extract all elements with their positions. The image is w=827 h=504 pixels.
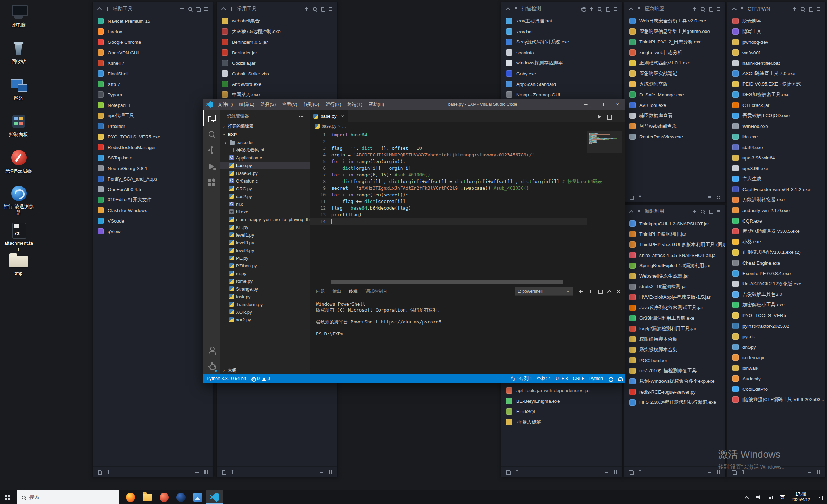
file-level4.py[interactable]: level4.py bbox=[220, 246, 310, 254]
pin-icon[interactable] bbox=[105, 6, 110, 11]
trash-icon[interactable] bbox=[221, 470, 226, 475]
trash-icon[interactable] bbox=[732, 470, 737, 475]
tool-item[interactable]: upx3.96.exe bbox=[727, 163, 825, 173]
taskbar-app-file-explorer[interactable] bbox=[139, 490, 156, 504]
tool-item[interactable]: webshell集合 bbox=[217, 16, 337, 26]
problems-status[interactable]: 00 bbox=[251, 376, 270, 381]
editor-tab-base-py[interactable]: base.py × bbox=[310, 110, 348, 122]
workspace-root[interactable]: › EXP bbox=[220, 130, 310, 138]
explorer-icon[interactable] bbox=[203, 110, 220, 126]
add-icon[interactable] bbox=[180, 6, 184, 11]
menu-icon[interactable] bbox=[204, 6, 209, 11]
tool-item[interactable]: 应急响应实战笔记 bbox=[624, 68, 725, 79]
tool-item[interactable]: ida64.exe bbox=[727, 142, 825, 152]
horizontal-scrollbar[interactable] bbox=[331, 280, 586, 284]
tool-item[interactable]: CoolEditPro bbox=[727, 384, 825, 394]
tool-item[interactable]: WinHex.exe bbox=[727, 121, 825, 131]
tool-item[interactable]: CQR.exe bbox=[727, 216, 825, 226]
notifications-icon[interactable] bbox=[817, 495, 822, 500]
tool-item[interactable]: Cheat Engine.exe bbox=[727, 258, 825, 268]
tool-item[interactable]: D_Safe_Manage.exe bbox=[624, 89, 725, 100]
file-.vscode[interactable]: ›.vscode bbox=[220, 138, 310, 146]
trash-icon[interactable] bbox=[196, 6, 201, 11]
status-item[interactable]: CRLF bbox=[573, 376, 584, 381]
status-item[interactable]: 行 14, 列 1 bbox=[511, 376, 532, 382]
tool-item[interactable]: ida.exe bbox=[727, 131, 825, 142]
tool-item[interactable]: Seay源代码审计系统.exe bbox=[501, 37, 622, 47]
tool-item[interactable]: 吾爱破解[LCG]OD.exe bbox=[727, 110, 825, 121]
menu-文件(F)[interactable]: 文件(F) bbox=[215, 99, 236, 110]
tool-item[interactable]: 河马webshell查杀 bbox=[624, 121, 725, 131]
tool-item[interactable]: Google Chrome bbox=[93, 37, 213, 47]
tool-item[interactable]: BE-BerylEnigma.exe bbox=[501, 396, 622, 406]
globe-icon[interactable] bbox=[581, 6, 586, 11]
file-Cr0ssfun.c[interactable]: CCr0ssfun.c bbox=[220, 177, 310, 185]
desktop-icon-此电脑[interactable]: 此电脑 bbox=[4, 3, 34, 28]
tool-item[interactable]: HeidiSQL bbox=[501, 406, 622, 417]
tool-item[interactable]: 正则模式匹配V1.0.1.exe (2) bbox=[727, 247, 825, 258]
file-base.py[interactable]: base.py bbox=[220, 162, 310, 169]
python-interpreter-status[interactable]: Python 3.8.10 64-bit bbox=[207, 376, 246, 381]
chevron-up-icon[interactable] bbox=[628, 6, 633, 11]
split-terminal-icon[interactable] bbox=[588, 289, 593, 294]
source-control-icon[interactable] bbox=[203, 142, 220, 158]
file-rome.py[interactable]: rome.py bbox=[220, 277, 310, 285]
grid-view-icon[interactable] bbox=[816, 470, 821, 475]
tool-item[interactable]: Un-ASPACK2.12汉化版.exe bbox=[727, 279, 825, 289]
chevron-up-icon[interactable] bbox=[505, 6, 510, 11]
taskbar-app-photos[interactable] bbox=[189, 490, 206, 504]
pin-icon[interactable] bbox=[637, 6, 641, 11]
file-level1.py[interactable]: level1.py bbox=[220, 231, 310, 239]
tool-item[interactable]: Proxifier bbox=[93, 121, 213, 131]
file-XOR.py[interactable]: XOR.py bbox=[220, 308, 310, 316]
tool-item[interactable]: 加密解密小工具.exe bbox=[727, 300, 825, 310]
tool-item[interactable]: audacity-win-2.1.0.exe bbox=[727, 205, 825, 216]
tool-item[interactable]: Goby.exe bbox=[501, 68, 622, 79]
desktop-icon-控制面板[interactable]: 控制面板 bbox=[4, 112, 34, 138]
tool-item[interactable]: Webshell免杀生成器.jar bbox=[624, 271, 725, 281]
tool-item[interactable]: AppScan Standard bbox=[501, 79, 622, 89]
chevron-up-icon[interactable] bbox=[97, 6, 102, 11]
tool-item[interactable]: ms17010扫描检测修复工具 bbox=[624, 366, 725, 376]
tool-item[interactable]: 摩斯电码编译器 V3.0.5.exe bbox=[727, 226, 825, 237]
tool-item[interactable]: windows探测存活脚本 bbox=[501, 58, 622, 68]
file-task.py[interactable]: task.py bbox=[220, 293, 310, 300]
close-button[interactable]: × bbox=[610, 99, 625, 110]
panel-tab-调试控制台[interactable]: 调试控制台 bbox=[365, 285, 388, 297]
tool-item[interactable]: scaninfo bbox=[501, 47, 622, 58]
grid-view-icon[interactable] bbox=[204, 470, 209, 475]
list-view-icon[interactable] bbox=[707, 195, 712, 200]
trash-icon[interactable] bbox=[808, 6, 813, 11]
pin-icon[interactable] bbox=[513, 6, 518, 11]
tool-item[interactable]: Xshell 7 bbox=[93, 58, 213, 68]
menu-icon[interactable] bbox=[328, 6, 333, 11]
file-xor2.py[interactable]: xor2.py bbox=[220, 316, 310, 323]
file-Application.c[interactable]: CApplication.c bbox=[220, 154, 310, 162]
tool-item[interactable]: 正则模式匹配V1.0.1.exe bbox=[624, 58, 725, 68]
export-icon[interactable] bbox=[230, 470, 235, 475]
trash-icon[interactable] bbox=[708, 6, 713, 11]
export-icon[interactable] bbox=[106, 470, 111, 475]
menu-icon[interactable] bbox=[716, 6, 721, 11]
tool-item[interactable]: 权限维持脚本合集 bbox=[624, 334, 725, 345]
tool-item[interactable]: HVVExploitApply-星球专版-1.5.jar bbox=[624, 292, 725, 302]
add-icon[interactable] bbox=[692, 209, 697, 214]
tool-item[interactable]: RouterPassView.exe bbox=[624, 131, 725, 142]
scrollbar-slider[interactable] bbox=[331, 280, 563, 284]
status-item[interactable]: 空格: 4 bbox=[537, 376, 551, 382]
tool-item[interactable]: Behinder4.0.5.jar bbox=[217, 37, 337, 47]
tool-item[interactable]: Typora bbox=[93, 89, 213, 100]
pin-icon[interactable] bbox=[229, 6, 234, 11]
tool-item[interactable]: apt_tools-jar-with-dependencies.jar bbox=[501, 385, 622, 396]
menu-帮助(H)[interactable]: 帮助(H) bbox=[365, 99, 387, 110]
search-icon[interactable] bbox=[700, 6, 705, 11]
tool-item[interactable]: 系统提权脚本合集 bbox=[624, 345, 725, 355]
tool-item[interactable]: RedisDesktopManager bbox=[93, 142, 213, 152]
desktop-icon-attachment.tar[interactable]: 7zattachment.tar bbox=[4, 221, 34, 252]
desktop-icon-神行-渗透浏览器[interactable]: 神行-渗透浏览器 bbox=[4, 184, 34, 216]
menu-查看(V)[interactable]: 查看(V) bbox=[279, 99, 300, 110]
file-PZthon.py[interactable]: PZthon.py bbox=[220, 262, 310, 270]
file-PE.py[interactable]: PE.py bbox=[220, 254, 310, 262]
status-item[interactable]: UTF-8 bbox=[556, 376, 568, 381]
trash-icon[interactable] bbox=[505, 470, 510, 475]
